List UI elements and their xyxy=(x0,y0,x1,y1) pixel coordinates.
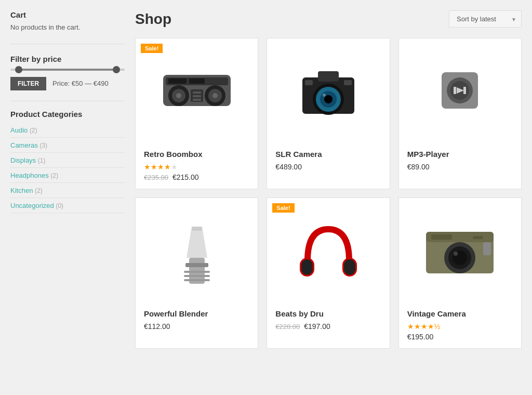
category-list-item: Cameras (3) xyxy=(10,138,125,153)
product-image-wrap xyxy=(267,198,389,302)
category-list-item: Kitchen (2) xyxy=(10,183,125,198)
page-title: Shop xyxy=(135,11,171,28)
price-old: €235.00 xyxy=(144,174,168,181)
svg-rect-38 xyxy=(301,259,313,275)
category-list-item: Uncategorized (0) xyxy=(10,198,125,213)
price-new: €197.00 xyxy=(304,322,330,331)
svg-rect-12 xyxy=(168,78,187,84)
product-image-wrap xyxy=(399,198,521,302)
filter-title: Filter by price xyxy=(10,55,125,63)
product-card[interactable]: Sale! Retro Boombox ★★★★★ €235.00 xyxy=(135,38,258,189)
svg-point-45 xyxy=(454,252,458,256)
svg-point-19 xyxy=(324,95,332,103)
price-slider-thumb-right[interactable] xyxy=(113,66,120,73)
svg-rect-27 xyxy=(454,87,456,94)
svg-rect-28 xyxy=(463,87,466,94)
categories-section: Product Categories Audio (2)Cameras (3)D… xyxy=(10,110,125,213)
category-link[interactable]: Cameras (3) xyxy=(10,141,47,149)
product-price: €228.00 €197.00 xyxy=(275,322,381,331)
product-price: €195.00 xyxy=(407,333,513,341)
category-link[interactable]: Displays (1) xyxy=(10,156,45,164)
sidebar: Cart No products in the cart. Filter by … xyxy=(10,10,125,349)
product-info: MP3-Player €89.00 xyxy=(399,142,521,178)
cart-title: Cart xyxy=(10,10,125,19)
category-count: (2) xyxy=(50,172,58,179)
product-name: Beats by Dru xyxy=(275,309,381,318)
price-slider-fill xyxy=(16,69,119,71)
svg-rect-32 xyxy=(192,227,202,231)
main-content: Shop Sort by latest Sale! xyxy=(135,10,522,349)
category-link[interactable]: Headphones (2) xyxy=(10,172,58,179)
category-list: Audio (2)Cameras (3)Displays (1)Headphon… xyxy=(10,123,125,213)
product-info: Powerful Blender €112.00 xyxy=(136,302,258,338)
svg-rect-48 xyxy=(483,242,491,255)
product-name: Retro Boombox xyxy=(144,150,249,159)
product-price: €489.00 xyxy=(275,163,381,171)
svg-rect-33 xyxy=(184,271,210,273)
product-info: Beats by Dru €228.00 €197.00 xyxy=(267,302,389,338)
svg-rect-47 xyxy=(473,236,483,239)
category-count: (0) xyxy=(56,202,63,209)
svg-rect-13 xyxy=(189,78,205,84)
sort-select[interactable]: Sort by latest xyxy=(449,10,522,28)
product-info: SLR Camera €489.00 xyxy=(267,142,389,178)
svg-rect-21 xyxy=(305,80,313,85)
product-image-wrap xyxy=(399,38,521,142)
filter-section: Filter by price FILTER Price: €50 — €490 xyxy=(10,55,125,90)
category-count: (2) xyxy=(35,187,43,194)
svg-rect-35 xyxy=(184,279,210,281)
category-count: (2) xyxy=(30,127,37,134)
filter-button[interactable]: FILTER xyxy=(10,77,46,90)
category-list-item: Audio (2) xyxy=(10,123,125,138)
product-info: Retro Boombox ★★★★★ €235.00 €215.00 xyxy=(136,142,258,189)
products-grid: Sale! Retro Boombox ★★★★★ €235.00 xyxy=(135,38,522,349)
product-stars: ★★★★★ xyxy=(144,163,249,171)
product-name: SLR Camera xyxy=(275,150,381,159)
price-new: €195.00 xyxy=(407,333,434,341)
product-image-wrap xyxy=(136,38,258,142)
product-card[interactable]: Sale! Beats by Dru €228.00 €197.00 xyxy=(267,198,390,349)
product-price: €112.00 xyxy=(144,322,249,331)
price-old: €228.00 xyxy=(275,323,300,331)
product-name: Vintage Camera xyxy=(407,309,513,318)
svg-marker-31 xyxy=(187,227,207,258)
svg-rect-39 xyxy=(344,259,355,275)
category-link[interactable]: Kitchen (2) xyxy=(10,187,43,194)
product-card[interactable]: MP3-Player €89.00 xyxy=(398,38,522,189)
product-image-wrap xyxy=(267,38,389,142)
product-price: €89.00 xyxy=(407,163,513,171)
sort-wrapper: Sort by latest xyxy=(449,10,522,28)
main-header: Shop Sort by latest xyxy=(135,10,522,28)
svg-rect-11 xyxy=(193,99,201,101)
price-range-label: Price: €50 — €490 xyxy=(52,80,109,87)
category-count: (1) xyxy=(38,157,46,164)
product-stars: ★★★★½ xyxy=(407,322,513,331)
svg-rect-10 xyxy=(193,95,201,97)
product-image-wrap xyxy=(136,198,258,302)
category-count: (3) xyxy=(39,142,47,149)
cart-empty-message: No products in the cart. xyxy=(10,23,125,31)
svg-rect-34 xyxy=(184,275,210,277)
price-new: €489.00 xyxy=(275,163,302,171)
category-link[interactable]: Audio (2) xyxy=(10,126,37,134)
category-list-item: Displays (1) xyxy=(10,153,125,168)
product-card[interactable]: Powerful Blender €112.00 xyxy=(135,198,258,349)
svg-rect-46 xyxy=(431,234,452,240)
product-card[interactable]: Vintage Camera ★★★★½ €195.00 xyxy=(398,198,522,349)
sale-badge: Sale! xyxy=(141,44,163,53)
category-link[interactable]: Uncategorized (0) xyxy=(10,202,63,209)
svg-rect-15 xyxy=(318,71,339,82)
product-card[interactable]: SLR Camera €489.00 xyxy=(267,38,390,189)
svg-rect-30 xyxy=(185,263,208,267)
svg-point-4 xyxy=(176,93,181,98)
product-info: Vintage Camera ★★★★½ €195.00 xyxy=(399,302,521,348)
price-new: €215.00 xyxy=(172,173,199,181)
price-slider-thumb-left[interactable] xyxy=(15,66,22,73)
cart-section: Cart No products in the cart. xyxy=(10,10,125,31)
svg-rect-9 xyxy=(193,91,201,94)
price-slider-track xyxy=(10,69,125,71)
svg-point-7 xyxy=(212,93,218,98)
svg-rect-22 xyxy=(344,80,352,85)
product-name: MP3-Player xyxy=(407,150,513,159)
product-name: Powerful Blender xyxy=(144,309,249,318)
